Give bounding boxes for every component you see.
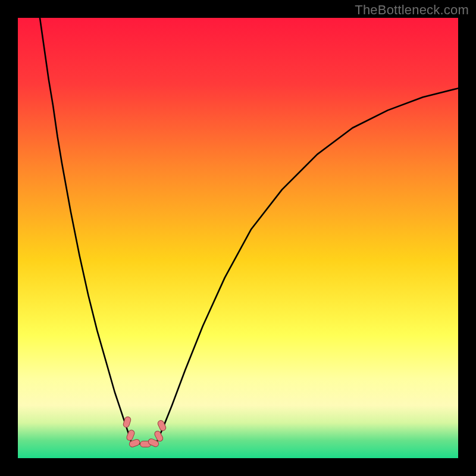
plot-area <box>18 18 458 458</box>
gradient-background <box>18 18 458 458</box>
attribution-label: TheBottleneck.com <box>355 2 469 18</box>
chart-svg <box>18 18 458 458</box>
chart-frame: TheBottleneck.com <box>0 0 476 476</box>
